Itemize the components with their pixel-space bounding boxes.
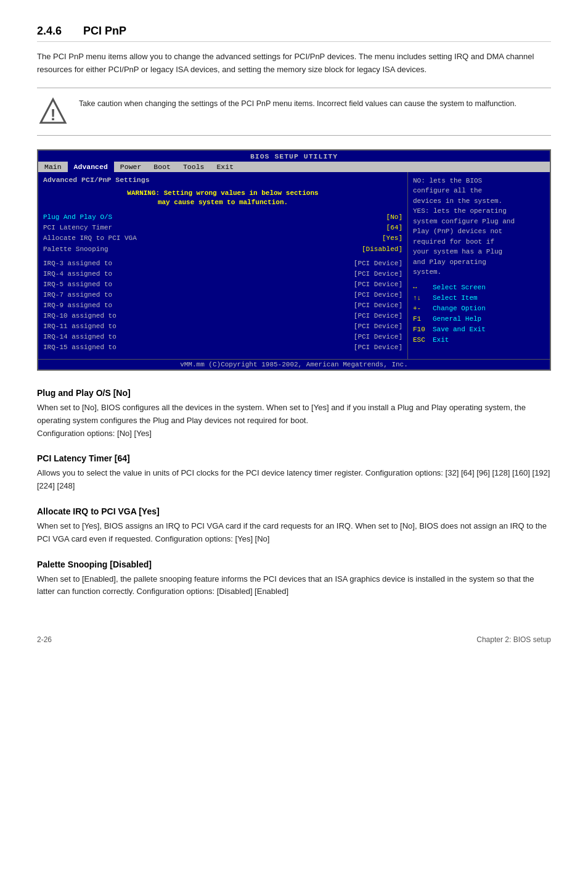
warning-box: ! Take caution when changing the setting…	[37, 88, 551, 136]
bios-irq-row: IRQ-4 assigned to[PCI Device]	[43, 269, 402, 279]
warning-icon: !	[37, 96, 69, 128]
bios-irq-row: IRQ-14 assigned to[PCI Device]	[43, 332, 402, 342]
bios-right-panel: NO: lets the BIOSconfigure all thedevice…	[408, 172, 550, 359]
section-heading: 2.4.6 PCI PnP	[37, 25, 551, 42]
bios-section-title: Advanced PCI/PnP Settings	[43, 176, 402, 184]
bios-irq-row: IRQ-10 assigned to[PCI Device]	[43, 311, 402, 321]
bios-irq-rows: IRQ-3 assigned to[PCI Device]IRQ-4 assig…	[43, 258, 402, 353]
subsection-text-plug-play: When set to [No], BIOS configures all th…	[37, 402, 551, 440]
bios-main-rows: Plug And Play O/S[No]PCI Latency Timer[6…	[43, 212, 402, 254]
bios-key-row: ↑↓Select Item	[413, 293, 545, 303]
page-footer: 2-26 Chapter 2: BIOS setup	[37, 635, 551, 644]
bios-irq-row: IRQ-3 assigned to[PCI Device]	[43, 258, 402, 269]
bios-warning: WARNING: Setting wrong values in below s…	[43, 189, 402, 208]
intro-paragraph: The PCI PnP menu items allow you to chan…	[37, 51, 551, 76]
bios-setting-row: Palette Snooping[Disabled]	[43, 244, 402, 255]
subsections-container: Plug and Play O/S [No]When set to [No], …	[37, 388, 551, 598]
bios-tab-advanced[interactable]: Advanced	[68, 162, 114, 172]
bios-key-row: F10Save and Exit	[413, 324, 545, 335]
bios-screen: BIOS SETUP UTILITY Main Advanced Power B…	[37, 149, 551, 371]
svg-text:!: !	[51, 105, 56, 124]
bios-key-row: ↔Select Screen	[413, 283, 545, 293]
section-number: 2.4.6	[37, 25, 62, 37]
bios-setting-row: Allocate IRQ to PCI VGA[Yes]	[43, 233, 402, 244]
bios-tab-exit[interactable]: Exit	[210, 162, 240, 172]
bios-title: BIOS SETUP UTILITY	[38, 151, 550, 162]
bios-tab-main[interactable]: Main	[38, 162, 68, 172]
subsection-heading-allocate-irq: Allocate IRQ to PCI VGA [Yes]	[37, 506, 551, 516]
bios-irq-row: IRQ-9 assigned to[PCI Device]	[43, 300, 402, 311]
bios-key-row: F1General Help	[413, 314, 545, 324]
section-title: PCI PnP	[83, 25, 126, 37]
bios-tab-boot[interactable]: Boot	[147, 162, 177, 172]
bios-key-row: +-Change Option	[413, 303, 545, 314]
subsection-heading-palette-snooping: Palette Snooping [Disabled]	[37, 559, 551, 569]
bios-right-text: NO: lets the BIOSconfigure all thedevice…	[413, 176, 545, 278]
bios-key-row: ESCExit	[413, 335, 545, 345]
subsection-text-pci-latency: Allows you to select the value in units …	[37, 467, 551, 493]
bios-setting-row: Plug And Play O/S[No]	[43, 212, 402, 223]
bios-keys: ↔Select Screen↑↓Select Item+-Change Opti…	[413, 283, 545, 345]
footer-left: 2-26	[37, 635, 52, 644]
bios-irq-row: IRQ-11 assigned to[PCI Device]	[43, 321, 402, 332]
bios-content: Advanced PCI/PnP Settings WARNING: Setti…	[38, 172, 550, 359]
subsection-text-allocate-irq: When set to [Yes], BIOS assigns an IRQ t…	[37, 520, 551, 546]
bios-setting-row: PCI Latency Timer[64]	[43, 223, 402, 233]
subsection-heading-plug-play: Plug and Play O/S [No]	[37, 388, 551, 398]
bios-tabs: Main Advanced Power Boot Tools Exit	[38, 162, 550, 172]
subsection-heading-pci-latency: PCI Latency Timer [64]	[37, 453, 551, 463]
bios-irq-row: IRQ-7 assigned to[PCI Device]	[43, 290, 402, 300]
bios-tab-tools[interactable]: Tools	[177, 162, 211, 172]
bios-footer: vMM.mm (C)Copyright 1985-2002, American …	[38, 359, 550, 369]
subsection-text-palette-snooping: When set to [Enabled], the pallete snoop…	[37, 573, 551, 599]
warning-text: Take caution when changing the settings …	[79, 96, 517, 110]
bios-left-panel: Advanced PCI/PnP Settings WARNING: Setti…	[38, 172, 408, 359]
bios-irq-row: IRQ-5 assigned to[PCI Device]	[43, 279, 402, 290]
footer-right: Chapter 2: BIOS setup	[476, 635, 551, 644]
bios-tab-power[interactable]: Power	[114, 162, 148, 172]
bios-irq-row: IRQ-15 assigned to[PCI Device]	[43, 342, 402, 353]
